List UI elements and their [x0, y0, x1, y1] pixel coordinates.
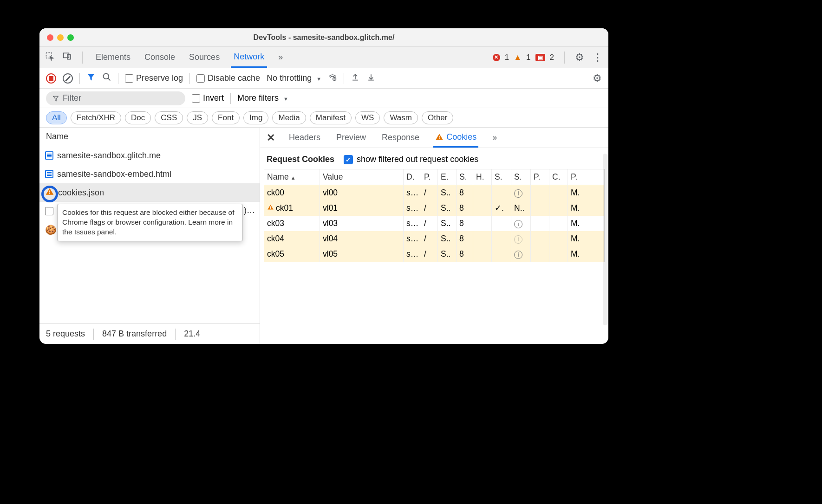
cell-domain: s…	[404, 231, 421, 246]
cookie-row[interactable]: ck04vl04s…/S..8iM.	[264, 231, 604, 246]
cell-samesite: i	[511, 231, 531, 246]
cell-partitionkey	[531, 200, 549, 216]
tab-cookies[interactable]: Cookies	[433, 128, 478, 148]
chip-manifest[interactable]: Manifest	[310, 111, 352, 124]
kebab-menu-icon[interactable]: ⋮	[593, 52, 603, 64]
cookie-row[interactable]: ck01vl01s…/S..8✓.N..M.	[264, 200, 604, 216]
more-filters-dropdown[interactable]: More filters	[237, 93, 288, 103]
chip-ws[interactable]: WS	[355, 111, 380, 124]
device-toggle-icon[interactable]	[63, 52, 72, 63]
cell-samesite: i	[511, 246, 531, 262]
minimize-window-button[interactable]	[57, 34, 64, 41]
annotation-circle	[41, 186, 58, 202]
cookie-table-header[interactable]: Name▲ Value D. P. E. S. H. S. S. P. C. P…	[264, 169, 604, 185]
chip-img[interactable]: Img	[243, 111, 268, 124]
chip-css[interactable]: CSS	[155, 111, 183, 124]
chip-js[interactable]: JS	[187, 111, 208, 124]
separator	[82, 52, 83, 64]
clear-button[interactable]	[63, 73, 73, 84]
cell-name: ck01	[264, 200, 320, 216]
cell-crosssite	[549, 200, 568, 216]
cell-httponly	[473, 231, 492, 246]
col-path[interactable]: P.	[421, 169, 438, 185]
record-button[interactable]	[46, 73, 56, 84]
svg-line-4	[108, 78, 111, 81]
cell-crosssite	[549, 246, 568, 262]
cookie-row[interactable]: ck05vl05s…/S..8iM.	[264, 246, 604, 262]
col-httponly[interactable]: H.	[473, 169, 492, 185]
request-list[interactable]: samesite-sandbox.glitch.me samesite-sand…	[39, 146, 260, 323]
throttling-select[interactable]: No throttling	[267, 73, 321, 83]
col-value[interactable]: Value	[320, 169, 404, 185]
col-size[interactable]: S.	[457, 169, 473, 185]
show-filtered-label: show filtered out request cookies	[357, 155, 478, 164]
tab-headers[interactable]: Headers	[287, 128, 322, 148]
col-priority[interactable]: P.	[568, 169, 584, 185]
search-icon[interactable]	[102, 72, 111, 84]
tab-sources[interactable]: Sources	[186, 47, 222, 68]
tab-more[interactable]: »	[490, 128, 499, 148]
tab-more[interactable]: »	[275, 47, 286, 68]
filter-bar: Filter Invert More filters	[39, 89, 608, 108]
inspect-icon[interactable]	[45, 52, 54, 63]
col-crosssite[interactable]: C.	[549, 169, 568, 185]
col-domain[interactable]: D.	[404, 169, 421, 185]
download-har-icon[interactable]	[366, 72, 376, 84]
invert-checkbox[interactable]: Invert	[192, 93, 224, 103]
cell-partitionkey	[531, 185, 549, 200]
filter-toggle-icon[interactable]	[86, 72, 96, 84]
close-detail-button[interactable]: ✕	[267, 132, 275, 144]
disable-cache-label: Disable cache	[208, 73, 260, 83]
col-secure[interactable]: S.	[492, 169, 511, 185]
tab-response[interactable]: Response	[380, 128, 421, 148]
cell-priority: M.	[568, 200, 584, 216]
cookie-icon: 🍪	[45, 224, 57, 235]
tab-preview[interactable]: Preview	[334, 128, 368, 148]
panel-settings-icon[interactable]: ⚙	[593, 72, 602, 84]
request-detail-pane: ✕ Headers Preview Response Cookies » Req…	[260, 128, 608, 344]
cookie-row[interactable]: ck03vl03s…/S..8iM.	[264, 216, 604, 231]
settings-icon[interactable]: ⚙	[575, 52, 584, 64]
chip-doc[interactable]: Doc	[125, 111, 151, 124]
tab-elements[interactable]: Elements	[93, 47, 133, 68]
request-list-header[interactable]: Name	[39, 128, 260, 146]
cell-expires: S..	[438, 185, 457, 200]
cookie-row[interactable]: ck00vl00s…/S..8iM.	[264, 185, 604, 200]
separator	[564, 52, 565, 64]
disable-cache-checkbox[interactable]: Disable cache	[196, 73, 260, 83]
separator	[230, 93, 231, 104]
tab-console[interactable]: Console	[142, 47, 178, 68]
cell-value: vl03	[320, 216, 404, 231]
preserve-log-input[interactable]	[125, 74, 133, 83]
chip-media[interactable]: Media	[272, 111, 306, 124]
tab-network[interactable]: Network	[231, 47, 267, 68]
chip-fetch-xhr[interactable]: Fetch/XHR	[71, 111, 121, 124]
request-checkbox[interactable]	[45, 207, 53, 215]
disable-cache-input[interactable]	[196, 74, 205, 83]
checked-icon: ✓	[344, 155, 353, 164]
upload-har-icon[interactable]	[351, 72, 360, 84]
request-row[interactable]: cookies.json	[39, 183, 260, 202]
chip-all[interactable]: All	[46, 111, 67, 124]
scrollbar[interactable]	[603, 154, 607, 325]
invert-input[interactable]	[192, 94, 200, 103]
maximize-window-button[interactable]	[67, 34, 74, 41]
chip-other[interactable]: Other	[422, 111, 454, 124]
col-expires[interactable]: E.	[438, 169, 457, 185]
request-row[interactable]: samesite-sandbox.glitch.me	[39, 146, 260, 165]
col-samesite[interactable]: S.	[511, 169, 531, 185]
col-name[interactable]: Name▲	[264, 169, 320, 185]
show-filtered-checkbox[interactable]: ✓ show filtered out request cookies	[344, 155, 478, 164]
cell-value: vl05	[320, 246, 404, 262]
cell-priority: M.	[568, 231, 584, 246]
preserve-log-checkbox[interactable]: Preserve log	[125, 73, 183, 83]
close-window-button[interactable]	[47, 34, 53, 41]
network-conditions-icon[interactable]	[328, 72, 337, 84]
blocked-cookies-tooltip: Cookies for this request are blocked eit…	[57, 204, 243, 241]
filter-input[interactable]: Filter	[46, 91, 185, 105]
chip-wasm[interactable]: Wasm	[384, 111, 418, 124]
issues-summary[interactable]: ✕ 1 ▲ 1 ▣ 2	[493, 53, 554, 62]
request-row[interactable]: samesite-sandbox-embed.html	[39, 165, 260, 183]
chip-font[interactable]: Font	[212, 111, 240, 124]
col-partitionkey[interactable]: P.	[531, 169, 549, 185]
